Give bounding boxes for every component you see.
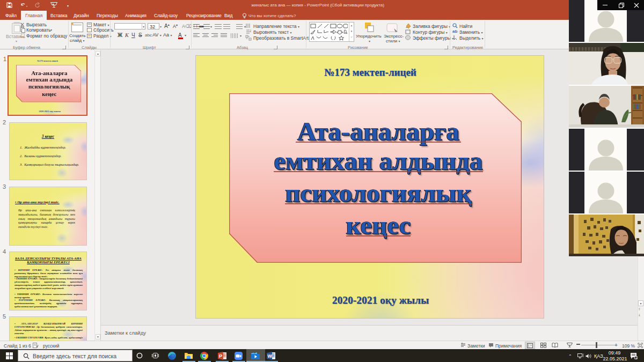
svg-text:W: W [268, 353, 273, 359]
svg-text:P: P [219, 353, 222, 359]
